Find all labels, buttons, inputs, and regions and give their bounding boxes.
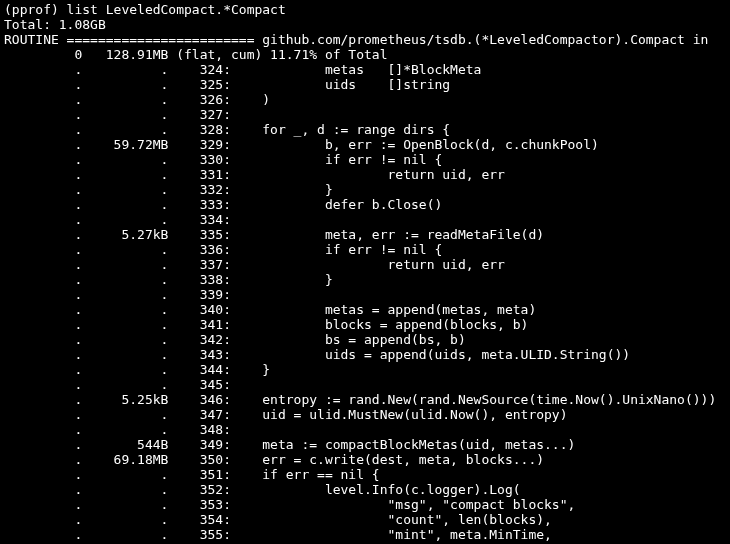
pprof-command: (pprof) list LeveledCompact.*Compact bbox=[4, 2, 286, 17]
total-line: Total: 1.08GB bbox=[4, 17, 106, 32]
summary-line: 0 128.91MB (flat, cum) 11.71% of Total bbox=[4, 47, 388, 62]
terminal-output[interactable]: (pprof) list LeveledCompact.*Compact Tot… bbox=[0, 0, 730, 544]
routine-line: ROUTINE ======================== github.… bbox=[4, 32, 716, 47]
